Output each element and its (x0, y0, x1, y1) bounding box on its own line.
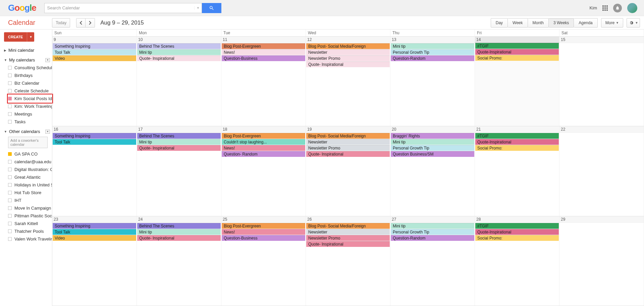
event[interactable]: Mini tip (137, 229, 221, 235)
calendar-item[interactable]: Kim: Work Traveling … (8, 102, 52, 110)
event[interactable]: Behind The Scenes (137, 133, 221, 139)
calendar-item[interactable]: Great Atlantic (8, 173, 52, 181)
event[interactable]: Social Promo: (475, 145, 559, 151)
avatar[interactable] (627, 3, 637, 13)
search-button[interactable] (202, 3, 221, 13)
day-cell[interactable]: 15 (559, 37, 644, 126)
day-cell[interactable]: 26Blog Post- Social Media/ForeignNewslet… (306, 216, 390, 306)
event[interactable]: Behind The Scenes (137, 223, 221, 229)
event[interactable]: Video (53, 235, 136, 241)
view-3-weeks[interactable]: 3 Weeks (549, 18, 574, 28)
event[interactable]: Blog Post- Social Media/Foreign (306, 43, 390, 49)
calendar-color-swatch[interactable] (8, 229, 12, 233)
day-cell[interactable]: 29 (559, 216, 644, 306)
calendar-color-swatch[interactable] (8, 81, 12, 85)
calendar-item[interactable]: Move In Campaign (8, 204, 52, 212)
event[interactable]: Quote- Inspirational (137, 235, 221, 241)
event[interactable]: Newsletter (306, 139, 390, 145)
apps-icon[interactable] (602, 5, 608, 11)
event[interactable]: Mini tip (137, 139, 221, 145)
user-name[interactable]: Kim (590, 5, 597, 10)
event[interactable]: #TGIF (475, 133, 559, 139)
event[interactable]: Mini tip (391, 139, 474, 145)
event[interactable]: Quote- Inspirational (137, 55, 221, 61)
event[interactable]: Couldn't stop laughing... (222, 139, 305, 145)
event[interactable]: Blog Post- Social Media/Foreign (306, 133, 390, 139)
event[interactable]: Tool Talk (53, 139, 136, 145)
calendar-item[interactable]: Tasks (8, 118, 52, 126)
google-logo[interactable]: Google (8, 3, 36, 13)
day-cell[interactable]: 12Blog Post- Social Media/ForeignNewslet… (306, 37, 390, 126)
event[interactable]: News! (222, 49, 305, 55)
calendar-item[interactable]: Thatcher Pools (8, 227, 52, 235)
event[interactable]: Newsletter Promo (306, 55, 390, 61)
event[interactable]: Behind The Scenes (137, 43, 221, 49)
event[interactable]: Tool Talk (53, 49, 136, 55)
more-button[interactable]: More▼ (601, 18, 623, 28)
event[interactable]: Something Inspiring (53, 43, 136, 49)
calendar-item[interactable]: Digital Illustration: C… (8, 166, 52, 173)
calendar-color-swatch[interactable] (8, 214, 12, 218)
event[interactable]: News! (222, 145, 305, 151)
event[interactable]: Quote- Inspirational (306, 61, 390, 67)
event[interactable]: Quote-Inspirational (475, 229, 559, 235)
event[interactable]: Question-Business (222, 55, 305, 61)
day-cell[interactable]: 21#TGIFQuote-InspirationalSocial Promo: (475, 126, 559, 216)
calendar-item[interactable]: Kim Social Posts Ideas (8, 95, 52, 102)
calendar-item[interactable]: Hot Tub Store (8, 189, 52, 196)
calendar-item[interactable]: IHT (8, 196, 52, 204)
event[interactable]: Question-Random (391, 55, 474, 61)
view-week[interactable]: Week (508, 18, 528, 28)
event[interactable]: Newsletter (306, 49, 390, 55)
event[interactable]: Question Business/SM (391, 151, 474, 157)
event[interactable]: Braggin' Rights (391, 133, 474, 139)
event[interactable]: Social Promo: (475, 55, 559, 61)
calendar-item[interactable]: Sarah Kittell (8, 220, 52, 227)
event[interactable]: Social Promo: (475, 235, 559, 241)
view-day[interactable]: Day (491, 18, 508, 28)
day-cell[interactable]: 22 (559, 126, 644, 216)
calendar-color-swatch[interactable] (8, 206, 12, 210)
calendar-color-swatch[interactable] (8, 66, 12, 70)
event[interactable]: #TGIF (475, 43, 559, 49)
day-cell[interactable]: 19Blog Post- Social Media/ForeignNewslet… (306, 126, 390, 216)
calendar-color-swatch[interactable] (8, 104, 12, 108)
event[interactable]: Blog Post- Social Media/Foreign (306, 223, 390, 229)
calendar-item[interactable]: Meetings (8, 110, 52, 118)
event[interactable]: #TGIF (475, 223, 559, 229)
calendar-item[interactable]: calendar@uaa.edu (8, 158, 52, 166)
event[interactable]: Blog Post-Evergreen (222, 223, 305, 229)
view-month[interactable]: Month (528, 18, 549, 28)
day-cell[interactable]: 16Something InspiringTool Talk (52, 126, 137, 216)
event[interactable]: Mini tip (391, 223, 474, 229)
day-cell[interactable]: 9Something InspiringTool TalkVideo (52, 37, 137, 126)
app-title[interactable]: Calendar (8, 19, 35, 27)
event[interactable]: Question- Random (222, 151, 305, 157)
calendar-color-swatch[interactable] (8, 74, 12, 77)
event[interactable]: Newsletter Promo (306, 145, 390, 151)
next-button[interactable] (86, 18, 95, 28)
event[interactable]: Question-Random (391, 235, 474, 241)
calendar-color-swatch[interactable] (8, 112, 12, 116)
day-cell[interactable]: 10Behind The ScenesMini tipQuote- Inspir… (137, 37, 221, 126)
event[interactable]: Question-Business (222, 235, 305, 241)
other-calendars-menu[interactable]: ▾ (45, 130, 50, 134)
event[interactable]: Quote- Inspirational (306, 151, 390, 157)
event[interactable]: Quote- Inspirational (137, 145, 221, 151)
calendar-color-swatch[interactable] (8, 120, 12, 124)
day-cell[interactable]: 18Blog Post-EvergreenCouldn't stop laugh… (221, 126, 306, 216)
calendar-item[interactable]: Valen Work Travelin… (8, 235, 52, 243)
event[interactable]: Blog Post-Evergreen (222, 133, 305, 139)
calendar-item[interactable]: Celeste Schedule (8, 87, 52, 95)
event[interactable]: Something Inspiring (53, 223, 136, 229)
event[interactable]: Newsletter Promo (306, 235, 390, 241)
event[interactable]: Personal Growth Tip (391, 229, 474, 235)
notifications-icon[interactable] (613, 4, 622, 12)
event[interactable]: Quote-Inspirational (475, 49, 559, 55)
event[interactable]: Mini tip (137, 49, 221, 55)
event[interactable]: News! (222, 229, 305, 235)
calendar-item[interactable]: Holidays in United St… (8, 181, 52, 189)
day-cell[interactable]: 27Mini tipPersonal Growth TipQuestion-Ra… (390, 216, 475, 306)
prev-button[interactable] (76, 18, 86, 28)
add-coworker-input[interactable]: Add a coworker's calendar (8, 137, 48, 148)
